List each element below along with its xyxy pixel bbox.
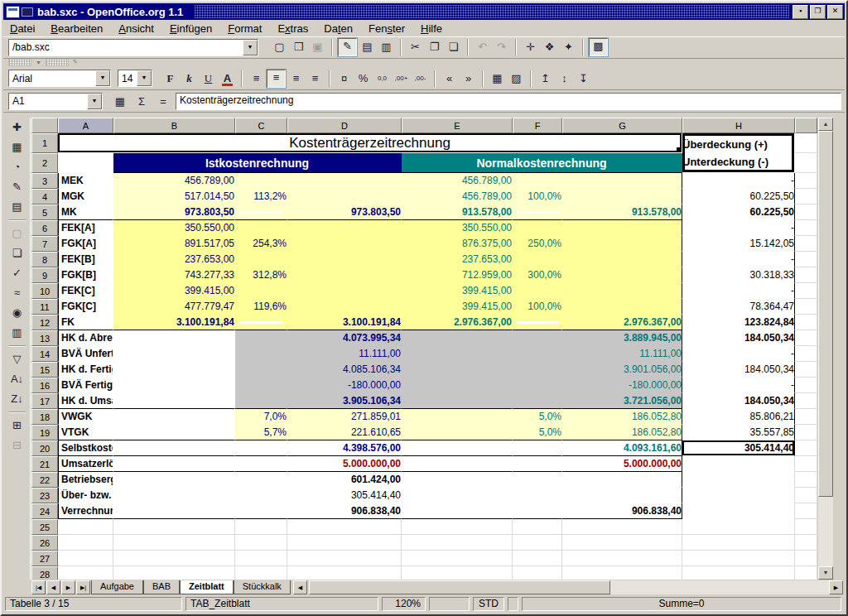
chevron-down-icon[interactable]: ▼: [87, 94, 102, 109]
cell-empty[interactable]: [402, 535, 513, 551]
font-color-button[interactable]: A: [219, 70, 236, 87]
cell-E24[interactable]: [402, 503, 513, 519]
cell-empty[interactable]: [58, 535, 113, 551]
cell-D7[interactable]: [287, 236, 402, 252]
menu-einf-gen[interactable]: Einfügen: [170, 22, 212, 35]
cell-H8[interactable]: -: [682, 252, 795, 267]
align-center-button[interactable]: ≡: [267, 70, 286, 88]
cell-empty[interactable]: [287, 519, 402, 535]
cell-C3[interactable]: [235, 173, 287, 189]
autoformat-button[interactable]: ❏: [8, 245, 26, 262]
horizontal-scrollbar[interactable]: [309, 580, 829, 594]
sort-ascending-button[interactable]: A↓: [8, 371, 26, 387]
cell-D17[interactable]: 3.905.106,34: [287, 393, 402, 409]
cell-E7[interactable]: 876.375,00: [402, 236, 513, 252]
url-input[interactable]: /bab.sxc: [9, 41, 243, 53]
currency-format-button[interactable]: ¤: [335, 70, 353, 87]
justify-button[interactable]: ≡: [306, 70, 324, 87]
insert-button[interactable]: ✚: [8, 119, 26, 136]
cell-F24[interactable]: [513, 503, 562, 519]
cell-C13[interactable]: [235, 330, 287, 346]
cell-F5[interactable]: [513, 205, 562, 220]
cell-B24[interactable]: [113, 503, 235, 519]
vertical-scrollbar[interactable]: ▲ ▼: [818, 118, 833, 580]
cell-C19[interactable]: 5,7%: [235, 425, 287, 440]
row-header-8[interactable]: 8: [31, 252, 58, 267]
increase-indent-button[interactable]: »: [460, 70, 477, 87]
row-header-14[interactable]: 14: [31, 346, 58, 362]
cell-B7[interactable]: 891.517,05: [113, 236, 235, 252]
row-header-5[interactable]: 5: [31, 205, 58, 220]
row-header-9[interactable]: 9: [31, 267, 58, 283]
last-sheet-button[interactable]: ▶|: [76, 580, 90, 594]
cell-H22[interactable]: [682, 472, 795, 488]
cell-E16[interactable]: [402, 378, 513, 393]
delete-decimal-button[interactable]: ,00-: [412, 70, 429, 87]
select-all-corner[interactable]: [31, 118, 58, 133]
cell-G20[interactable]: 4.093.161,60: [562, 440, 682, 456]
cell-G13[interactable]: 3.889.945,00: [562, 330, 682, 346]
cell-E20[interactable]: [402, 440, 513, 456]
row-header-20[interactable]: 20: [31, 440, 58, 456]
scroll-down-icon[interactable]: ▼: [818, 566, 833, 580]
cell-B9[interactable]: 743.277,33: [113, 267, 235, 283]
cell-E8[interactable]: 237.653,00: [402, 252, 513, 267]
cell-empty[interactable]: [513, 535, 562, 551]
cell-C6[interactable]: [235, 220, 287, 236]
borders-button[interactable]: ▦: [489, 70, 506, 87]
cell-E6[interactable]: 350.550,00: [402, 220, 513, 236]
close-button[interactable]: ✕: [827, 5, 843, 19]
cell-F3[interactable]: [513, 173, 562, 189]
standard-format-button[interactable]: 0,0: [373, 70, 391, 87]
cell-C22[interactable]: [235, 472, 287, 488]
background-color-button[interactable]: ▨: [508, 70, 525, 87]
cell-G14[interactable]: 11.111,00: [562, 346, 682, 362]
copy-button[interactable]: ❐: [426, 39, 443, 55]
cell-G23[interactable]: [562, 488, 682, 503]
menu-bearbeiten[interactable]: Bearbeiten: [51, 22, 103, 35]
sum-button[interactable]: Σ: [132, 94, 151, 109]
row-header-6[interactable]: 6: [31, 220, 58, 236]
cell-C15[interactable]: [235, 362, 287, 378]
cell-empty[interactable]: [402, 519, 513, 535]
tab-bab[interactable]: BAB: [143, 580, 180, 594]
cell-F16[interactable]: [513, 378, 562, 393]
cell-G21[interactable]: 5.000.000,00: [562, 456, 682, 472]
add-decimal-button[interactable]: ,00+: [393, 70, 410, 87]
form-controls-button[interactable]: ▤: [8, 199, 26, 215]
cell-B8[interactable]: 237.653,00: [113, 252, 235, 267]
cell-empty[interactable]: [795, 566, 817, 580]
open-document-button[interactable]: ❒: [290, 39, 307, 55]
row-header-11[interactable]: 11: [31, 299, 58, 315]
cell-A11[interactable]: FGK[C]: [58, 299, 113, 315]
cell-B6[interactable]: 350.550,00: [113, 220, 235, 236]
cell-F7[interactable]: 250,0%: [513, 236, 562, 252]
align-right-button[interactable]: ≡: [287, 70, 305, 87]
row-header-24[interactable]: 24: [31, 503, 58, 519]
cell-empty[interactable]: [58, 566, 113, 580]
stylist-button[interactable]: ❖: [541, 39, 558, 55]
print-file-button[interactable]: ▥: [378, 39, 395, 55]
italic-button[interactable]: k: [181, 70, 198, 87]
cell-B20[interactable]: [113, 440, 235, 456]
decrease-indent-button[interactable]: «: [441, 70, 458, 87]
row-header-28[interactable]: 28: [31, 566, 58, 580]
cell-C5[interactable]: [235, 205, 287, 220]
align-bottom-button[interactable]: ↧: [575, 70, 592, 87]
cell-B15[interactable]: [113, 362, 235, 378]
row-header-15[interactable]: 15: [31, 362, 58, 378]
cell-E9[interactable]: 712.959,00: [402, 267, 513, 283]
cell-A1-title[interactable]: Kostenträgerzeitrechnung: [58, 133, 682, 153]
cell-G4[interactable]: [562, 189, 682, 205]
paste-button[interactable]: ❏: [445, 39, 462, 55]
cell-F17[interactable]: [513, 393, 562, 409]
cell-E14[interactable]: [402, 346, 513, 362]
col-header-E[interactable]: E: [402, 118, 513, 133]
cell-B19[interactable]: [113, 425, 235, 440]
col-header-F[interactable]: F: [513, 118, 562, 133]
col-header-H[interactable]: H: [682, 118, 795, 133]
cell-B17[interactable]: [113, 393, 235, 409]
cell-F13[interactable]: [513, 330, 562, 346]
cell-D10[interactable]: [287, 283, 402, 299]
navigator-button[interactable]: ✛: [522, 39, 539, 55]
